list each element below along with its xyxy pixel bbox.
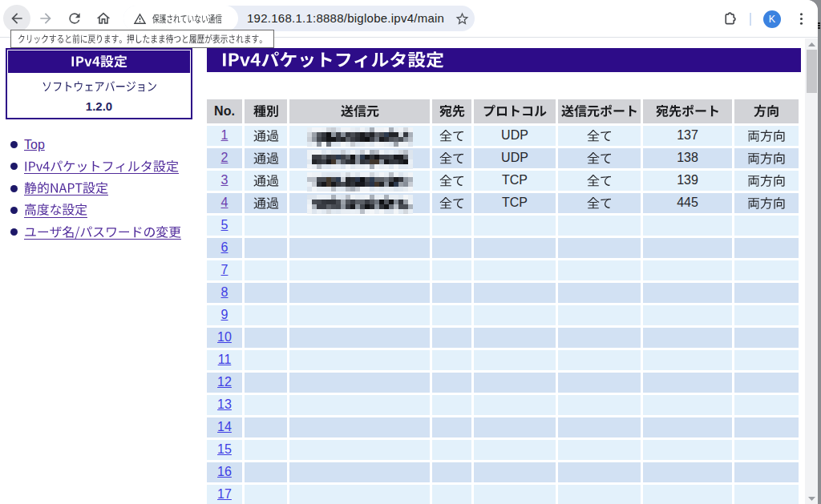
col-header-kind xyxy=(245,99,287,123)
cell-direction xyxy=(734,283,799,303)
srcport-text-4 xyxy=(587,196,613,210)
cell-source xyxy=(289,283,430,303)
sidebar-item xyxy=(10,155,181,177)
col-header-direction xyxy=(734,99,799,123)
extensions-button[interactable] xyxy=(721,0,738,38)
dest-text-1 xyxy=(439,129,465,143)
col-header-no: No. xyxy=(207,99,242,123)
cell-dest xyxy=(432,328,471,348)
cell-kind xyxy=(245,462,287,482)
cell-dest xyxy=(432,350,471,370)
cell-dest xyxy=(432,193,471,213)
desktop-icon-fragment xyxy=(818,22,820,30)
sidebar-menu: Top xyxy=(10,134,181,243)
browser-window: 192.168.1.1:8888/biglobe.ipv4/main K 1.2… xyxy=(0,0,818,504)
kind-text-1 xyxy=(253,129,279,143)
cell-kind xyxy=(245,417,287,437)
forward-button[interactable] xyxy=(32,5,59,32)
reload-button[interactable] xyxy=(61,5,88,32)
col-header-source-text xyxy=(341,104,379,118)
col-header-protocol xyxy=(474,99,556,123)
srcport-text-3 xyxy=(587,174,613,187)
sidebar-link-ipv4-packet-filter[interactable] xyxy=(24,159,179,174)
cell-no: 3 xyxy=(207,171,242,191)
cell-src-port xyxy=(558,193,641,213)
reload-icon xyxy=(67,10,83,26)
rule-11-link[interactable]: 11 xyxy=(218,353,232,366)
cell-dest xyxy=(432,238,471,258)
security-chip-button[interactable] xyxy=(123,6,238,31)
scroll-up-button[interactable] xyxy=(805,38,818,50)
cell-dest xyxy=(432,260,471,280)
cell-src-port xyxy=(558,148,641,168)
rule-9-link[interactable]: 9 xyxy=(221,308,229,321)
address-bar[interactable]: 192.168.1.1:8888/biglobe.ipv4/main xyxy=(123,6,475,31)
profile-avatar-button[interactable]: K xyxy=(763,10,781,28)
cell-protocol xyxy=(474,373,556,393)
rule-7-link[interactable]: 7 xyxy=(221,263,229,276)
kind-text-2 xyxy=(253,151,279,165)
cell-direction xyxy=(734,440,799,460)
table-row: 11 xyxy=(207,350,799,370)
cell-dest xyxy=(432,171,471,191)
cell-direction xyxy=(734,462,799,482)
cell-dest xyxy=(432,440,471,460)
cell-kind xyxy=(245,260,287,280)
scrollbar[interactable] xyxy=(805,38,818,504)
bookmark-star-icon xyxy=(455,11,470,26)
sidebar-link-advanced[interactable] xyxy=(24,203,87,217)
sidebar-link-ipv4-packet-filter-text xyxy=(24,159,179,173)
cell-no: 15 xyxy=(207,440,242,460)
table-header-row: No. xyxy=(207,99,799,123)
cell-protocol: TCP xyxy=(474,193,556,213)
back-button[interactable] xyxy=(3,5,30,32)
cell-direction xyxy=(734,148,799,168)
rule-17-link[interactable]: 17 xyxy=(217,487,232,501)
cell-direction xyxy=(734,126,799,146)
cell-src-port xyxy=(558,373,641,393)
sidebar-link-top[interactable]: Top xyxy=(24,138,45,151)
browser-menu-button[interactable] xyxy=(793,0,810,38)
rule-6-link[interactable]: 6 xyxy=(221,240,229,254)
bookmark-star-button[interactable] xyxy=(454,10,470,26)
col-header-kind-text xyxy=(253,104,279,118)
rule-16-link[interactable]: 16 xyxy=(217,465,232,478)
table-row: 3TCP139 xyxy=(207,171,799,191)
rule-5-link[interactable]: 5 xyxy=(221,218,229,232)
rule-12-link[interactable]: 12 xyxy=(217,375,232,389)
col-header-dst-port-text xyxy=(656,104,720,118)
rule-15-link[interactable]: 15 xyxy=(217,442,232,456)
rule-1-link[interactable]: 1 xyxy=(221,128,229,142)
cell-direction xyxy=(734,216,799,236)
col-header-dest-text xyxy=(439,104,465,118)
rule-14-link[interactable]: 14 xyxy=(217,420,232,433)
back-icon xyxy=(9,10,25,26)
sidebar-link-static-napt[interactable] xyxy=(24,181,108,196)
sidebar-link-username-password[interactable] xyxy=(24,225,181,240)
scrollbar-thumb[interactable] xyxy=(807,50,817,93)
cell-no: 2 xyxy=(207,148,242,168)
cell-protocol xyxy=(474,216,556,236)
cell-protocol xyxy=(474,260,556,280)
cell-dst-port xyxy=(643,440,732,460)
cell-kind xyxy=(245,350,287,370)
home-button[interactable] xyxy=(90,5,117,32)
rule-8-link[interactable]: 8 xyxy=(221,285,229,299)
cell-source xyxy=(289,417,430,437)
scroll-down-button[interactable] xyxy=(805,493,818,504)
col-header-dest xyxy=(432,99,471,123)
sidebar-info-box: 1.2.0 xyxy=(6,48,192,119)
not-secure-warning-icon xyxy=(133,12,147,26)
sidebar-item xyxy=(10,178,181,200)
rule-4-link[interactable]: 4 xyxy=(221,196,229,209)
rule-13-link[interactable]: 13 xyxy=(217,397,232,411)
rule-10-link[interactable]: 10 xyxy=(217,330,232,344)
cell-protocol: UDP xyxy=(474,148,556,168)
cell-no: 1 xyxy=(207,126,242,146)
cell-source xyxy=(289,373,430,393)
cell-no: 8 xyxy=(207,283,242,303)
url-text[interactable]: 192.168.1.1:8888/biglobe.ipv4/main xyxy=(247,6,444,31)
rule-2-link[interactable]: 2 xyxy=(221,151,229,164)
rule-3-link[interactable]: 3 xyxy=(221,173,229,187)
cell-direction xyxy=(734,350,799,370)
